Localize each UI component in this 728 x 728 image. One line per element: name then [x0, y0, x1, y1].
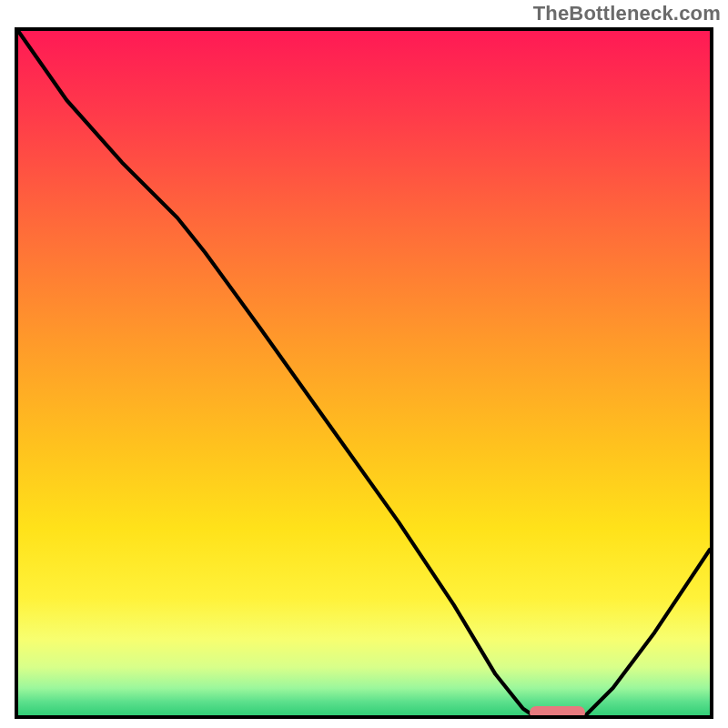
watermark-text: TheBottleneck.com [533, 2, 721, 25]
curve-path [18, 31, 710, 719]
bottleneck-curve [18, 31, 710, 719]
optimal-marker [530, 706, 585, 719]
bottleneck-plot [15, 27, 713, 719]
